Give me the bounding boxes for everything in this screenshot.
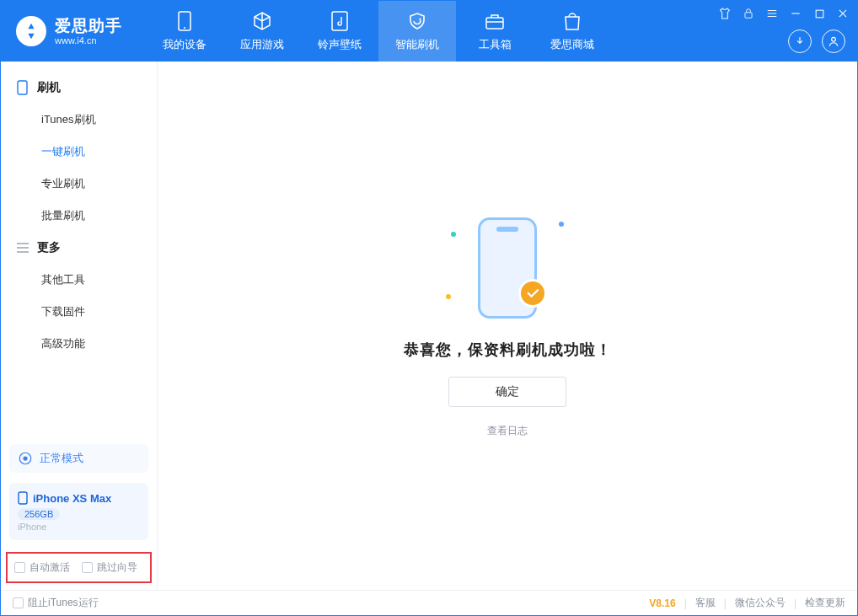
mode-card[interactable]: 正常模式 (9, 444, 148, 473)
app-name-cn: 爱思助手 (55, 17, 122, 35)
svg-rect-9 (18, 81, 27, 94)
nav-my-device[interactable]: 我的设备 (146, 1, 223, 62)
toolbox-icon (485, 10, 505, 32)
sparkle-icon (451, 232, 456, 237)
sparkle-icon (559, 222, 564, 227)
sidebar-group-more: 更多 (1, 232, 157, 264)
body: 刷机 iTunes刷机 一键刷机 专业刷机 批量刷机 更多 其他工具 下载固件 … (1, 62, 857, 590)
checkbox-label: 跳过向导 (97, 560, 137, 575)
mode-label: 正常模式 (40, 451, 83, 466)
sidebar-item-batch-flash[interactable]: 批量刷机 (1, 200, 157, 232)
ok-button[interactable]: 确定 (448, 377, 566, 407)
success-illustration (436, 213, 579, 323)
list-icon (16, 242, 29, 254)
device-storage: 256GB (18, 508, 60, 520)
group-label: 刷机 (37, 80, 61, 95)
group-label: 更多 (37, 240, 61, 255)
sidebar-item-itunes-flash[interactable]: iTunes刷机 (1, 104, 157, 136)
checkbox-auto-activate[interactable]: 自动激活 (14, 560, 70, 575)
sidebar: 刷机 iTunes刷机 一键刷机 专业刷机 批量刷机 更多 其他工具 下载固件 … (1, 62, 158, 590)
checkbox-skip-guide[interactable]: 跳过向导 (82, 560, 137, 575)
mode-icon (18, 451, 33, 466)
device-label: iPhone (18, 522, 140, 532)
app-logo: 爱思助手 www.i4.cn (1, 1, 137, 62)
minimize-icon[interactable] (788, 6, 803, 21)
music-file-icon (331, 10, 348, 32)
titlebar: 爱思助手 www.i4.cn 我的设备 应用游戏 铃声壁纸 智能刷机 (1, 1, 857, 62)
nav-label: 我的设备 (163, 37, 206, 52)
nav-smart-flash[interactable]: 智能刷机 (378, 1, 456, 62)
nav-label: 爱思商城 (550, 37, 594, 52)
nav-label: 智能刷机 (395, 37, 439, 52)
close-icon[interactable] (835, 6, 850, 21)
separator: | (794, 597, 796, 609)
phone-outline-icon (16, 82, 29, 94)
tshirt-icon[interactable] (717, 6, 732, 21)
link-customer-service[interactable]: 客服 (695, 596, 716, 610)
device-icon (178, 10, 191, 32)
check-badge-icon (518, 279, 547, 308)
sidebar-item-advanced[interactable]: 高级功能 (1, 328, 157, 360)
sidebar-group-flash: 刷机 (1, 72, 157, 104)
cube-icon (252, 10, 272, 32)
svg-rect-7 (816, 10, 823, 18)
svg-point-11 (23, 456, 27, 460)
link-wechat[interactable]: 微信公众号 (735, 596, 786, 610)
svg-rect-2 (332, 12, 347, 30)
sidebar-bottom-options: 自动激活 跳过向导 (6, 552, 152, 583)
download-icon[interactable] (788, 29, 812, 53)
top-nav: 我的设备 应用游戏 铃声壁纸 智能刷机 工具箱 爱思商城 (146, 1, 611, 62)
nav-label: 工具箱 (479, 37, 512, 52)
sparkle-icon (446, 294, 451, 299)
checkbox-icon (82, 562, 93, 573)
separator: | (724, 597, 727, 609)
maximize-icon[interactable] (812, 6, 827, 21)
refresh-shield-icon (407, 10, 427, 32)
device-name: iPhone XS Max (33, 492, 111, 505)
window-controls (717, 6, 850, 21)
main-content: 恭喜您，保资料刷机成功啦！ 确定 查看日志 (158, 62, 857, 590)
link-check-update[interactable]: 检查更新 (805, 596, 845, 610)
sidebar-item-pro-flash[interactable]: 专业刷机 (1, 168, 157, 200)
separator: | (684, 597, 687, 609)
nav-toolbox[interactable]: 工具箱 (456, 1, 534, 62)
nav-apps-games[interactable]: 应用游戏 (223, 1, 301, 62)
logo-icon (16, 16, 46, 46)
sidebar-scroll: 刷机 iTunes刷机 一键刷机 专业刷机 批量刷机 更多 其他工具 下载固件 … (1, 62, 157, 437)
svg-point-1 (184, 27, 185, 29)
titlebar-actions (788, 29, 845, 53)
success-message: 恭喜您，保资料刷机成功啦！ (404, 340, 612, 360)
nav-ringtones[interactable]: 铃声壁纸 (301, 1, 378, 62)
user-icon[interactable] (822, 29, 845, 53)
bag-icon (563, 10, 582, 32)
app-window: 爱思助手 www.i4.cn 我的设备 应用游戏 铃声壁纸 智能刷机 (0, 0, 858, 616)
checkbox-icon (14, 562, 25, 573)
svg-rect-12 (19, 492, 27, 504)
svg-rect-3 (486, 18, 503, 29)
nav-store[interactable]: 爱思商城 (534, 1, 611, 62)
nav-label: 应用游戏 (240, 37, 284, 52)
device-small-icon (18, 491, 28, 505)
app-name-en: www.i4.cn (55, 35, 122, 46)
checkbox-icon (13, 597, 24, 608)
status-bar: 阻止iTunes运行 V8.16 | 客服 | 微信公众号 | 检查更新 (1, 590, 857, 615)
checkbox-label: 自动激活 (29, 560, 70, 575)
device-card[interactable]: iPhone XS Max 256GB iPhone (9, 483, 148, 540)
nav-label: 铃声壁纸 (318, 37, 362, 52)
menu-icon[interactable] (764, 6, 780, 21)
sidebar-item-download-firmware[interactable]: 下载固件 (1, 296, 157, 328)
checkbox-label: 阻止iTunes运行 (28, 596, 99, 610)
view-log-link[interactable]: 查看日志 (487, 424, 528, 438)
version-label: V8.16 (649, 597, 675, 609)
checkbox-block-itunes[interactable]: 阻止iTunes运行 (13, 596, 99, 610)
sidebar-item-oneclick-flash[interactable]: 一键刷机 (1, 136, 157, 168)
svg-rect-5 (745, 13, 752, 18)
sidebar-item-other-tools[interactable]: 其他工具 (1, 264, 157, 296)
svg-point-8 (832, 37, 836, 41)
lock-icon[interactable] (741, 6, 756, 21)
